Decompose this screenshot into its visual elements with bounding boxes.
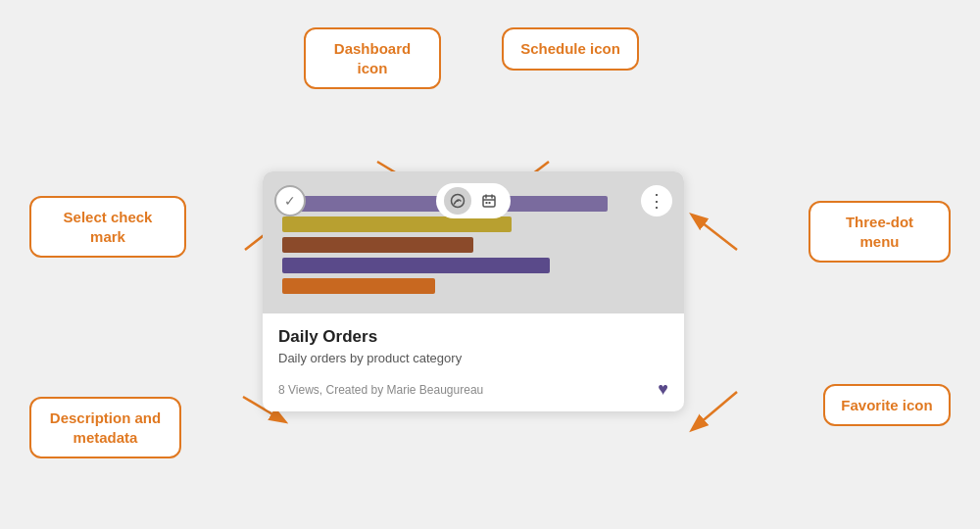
svg-line-5 xyxy=(693,392,737,429)
bar-5 xyxy=(282,278,435,294)
card-title: Daily Orders xyxy=(278,327,668,347)
three-dot-menu-button[interactable]: ⋮ xyxy=(641,185,672,216)
card-info: Daily Orders Daily orders by product cat… xyxy=(263,313,684,411)
annotation-dashboard-icon: Dashboard icon xyxy=(304,27,441,89)
dashboard-view-button[interactable] xyxy=(444,187,471,215)
select-checkbox[interactable]: ✓ xyxy=(274,185,306,216)
svg-rect-13 xyxy=(489,202,491,204)
schedule-view-button[interactable] xyxy=(475,187,503,215)
annotation-schedule-icon: Schedule icon xyxy=(502,27,639,71)
card-metadata: 8 Views, Created by Marie Beaugureau xyxy=(278,383,483,397)
annotation-favorite-icon: Favorite icon xyxy=(823,384,951,427)
card-subtitle: Daily orders by product category xyxy=(278,351,668,365)
view-toggle-group xyxy=(436,183,511,218)
bar-3 xyxy=(282,237,473,253)
card-footer: 8 Views, Created by Marie Beaugureau ♥ xyxy=(278,379,668,400)
card-toolbar: ✓ xyxy=(263,183,684,218)
dashboard-card: ✓ xyxy=(263,171,684,411)
annotation-select-check-mark: Select check mark xyxy=(29,196,186,258)
annotation-description-metadata: Description and metadata xyxy=(29,397,181,458)
card-preview: ✓ xyxy=(263,171,684,313)
bar-4 xyxy=(282,258,550,273)
favorite-button[interactable]: ♥ xyxy=(658,379,668,400)
svg-line-3 xyxy=(693,216,737,250)
dashboard-icon xyxy=(450,193,466,209)
svg-rect-8 xyxy=(483,196,495,207)
annotation-three-dot-menu: Three-dot menu xyxy=(808,201,951,263)
svg-point-7 xyxy=(457,200,459,202)
svg-rect-12 xyxy=(486,202,488,204)
schedule-icon xyxy=(481,193,497,209)
bar-2 xyxy=(282,216,512,232)
